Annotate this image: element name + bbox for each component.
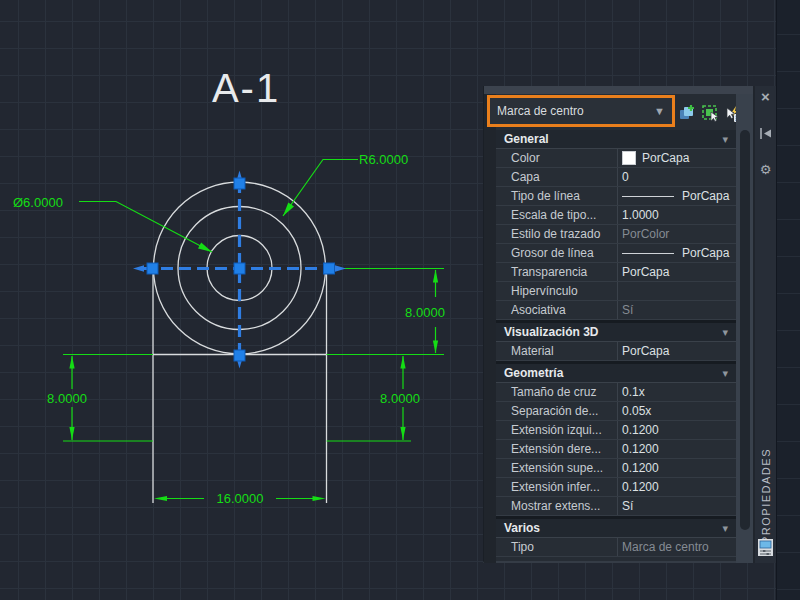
property-row[interactable]: Extensión supe...0.1200	[496, 459, 736, 478]
autocad-drawing-area: A-1 R6.0000 Ø6.0000 8.0000 8.0000 8.0000…	[0, 0, 800, 600]
property-value[interactable]: 0.05x	[617, 402, 736, 420]
property-row[interactable]: ColorPorCapa	[496, 149, 736, 168]
close-icon[interactable]: ×	[755, 88, 776, 105]
property-value-text: 0.1200	[622, 423, 659, 437]
property-value-text: 0.05x	[622, 404, 651, 418]
drawing-title-text[interactable]: A-1	[186, 66, 306, 111]
property-value[interactable]: PorCapa	[617, 342, 736, 360]
height-dimension-label-bottom-right[interactable]: 8.0000	[368, 391, 432, 406]
settings-gear-icon[interactable]: ⚙	[755, 162, 776, 177]
auto-hide-pin-icon[interactable]	[755, 126, 776, 144]
property-row[interactable]: Extensión dere...0.1200	[496, 440, 736, 459]
property-label: Estilo de trazado	[496, 225, 617, 243]
property-value[interactable]: 0.1200	[617, 440, 736, 458]
properties-palette: Marca de centro ▼	[483, 86, 753, 563]
color-swatch	[622, 151, 636, 165]
property-value[interactable]: PorCapa	[617, 244, 736, 262]
section-title: Geometría	[496, 366, 722, 380]
height-dimension-label-left[interactable]: 8.0000	[35, 391, 99, 406]
property-value[interactable]: 0.1200	[617, 421, 736, 439]
property-label: Extensión supe...	[496, 459, 617, 477]
property-row[interactable]: Capa0	[496, 168, 736, 187]
property-row[interactable]: Tamaño de cruz0.1x	[496, 383, 736, 402]
section-header[interactable]: General▾	[496, 130, 736, 149]
scrollbar-thumb[interactable]	[740, 130, 750, 530]
property-row[interactable]: Estilo de trazadoPorColor	[496, 225, 736, 244]
property-label: Separación de...	[496, 402, 617, 420]
section-header[interactable]: Geometría▾	[496, 364, 736, 383]
property-row[interactable]: Escala de tipo...1.0000	[496, 206, 736, 225]
right-dock-edge	[776, 0, 800, 600]
palette-title-bar: × ⚙ PROPIEDADES	[753, 86, 776, 563]
section-title: Visualización 3D	[496, 325, 722, 339]
part-geometry[interactable]	[153, 182, 327, 503]
property-value-text: 0.1x	[622, 385, 645, 399]
property-label: Extensión izqui...	[496, 421, 617, 439]
property-row[interactable]: Separación de...0.05x	[496, 402, 736, 421]
property-row[interactable]: Extensión infer...0.1200	[496, 478, 736, 497]
property-row[interactable]: Mostrar extens...Sí	[496, 497, 736, 516]
property-label: Material	[496, 342, 617, 360]
property-value[interactable]: PorCapa	[617, 187, 736, 205]
chevron-down-icon[interactable]: ▾	[722, 133, 736, 146]
section-title: Varios	[496, 521, 722, 535]
palette-gutter	[484, 94, 496, 563]
property-row[interactable]: Hipervínculo	[496, 282, 736, 301]
select-objects-icon[interactable]	[700, 103, 721, 124]
property-value[interactable]: Sí	[617, 301, 736, 319]
property-value-text: PorCapa	[642, 151, 689, 165]
section-header[interactable]: Varios▾	[496, 519, 736, 538]
dimension-arrows	[69, 203, 438, 502]
diameter-dimension-label[interactable]: Ø6.0000	[13, 195, 63, 210]
property-row[interactable]: Grosor de líneaPorCapa	[496, 244, 736, 263]
property-value[interactable]: PorCapa	[617, 149, 736, 167]
property-value[interactable]: 0	[617, 168, 736, 186]
height-dimension-label-top-right[interactable]: 8.0000	[393, 305, 457, 320]
property-label: Grosor de línea	[496, 244, 617, 262]
property-value[interactable]: PorCapa	[617, 263, 736, 281]
property-value-text: PorColor	[622, 227, 669, 241]
palette-title-text: PROPIEDADES	[755, 441, 776, 551]
object-type-selector[interactable]: Marca de centro ▼	[487, 95, 675, 127]
property-label: Extensión dere...	[496, 440, 617, 458]
section-header[interactable]: Visualización 3D▾	[496, 323, 736, 342]
property-label: Color	[496, 149, 617, 167]
property-row[interactable]: Tipo de líneaPorCapa	[496, 187, 736, 206]
property-label: Escala de tipo...	[496, 206, 617, 224]
panel-sections: General▾ColorPorCapaCapa0Tipo de líneaPo…	[496, 130, 736, 557]
property-row[interactable]: AsociativaSí	[496, 301, 736, 320]
property-value-text: Sí	[622, 499, 633, 513]
property-row[interactable]: Extensión izqui...0.1200	[496, 421, 736, 440]
width-dimension-label[interactable]: 16.0000	[204, 491, 276, 506]
property-label: Hipervínculo	[496, 282, 617, 300]
property-value[interactable]: PorColor	[617, 225, 736, 243]
property-value-text: 0.1200	[622, 442, 659, 456]
property-value[interactable]: 0.1200	[617, 478, 736, 496]
property-value[interactable]: Marca de centro	[617, 538, 736, 556]
property-label: Tipo	[496, 538, 617, 556]
radius-dimension-label[interactable]: R6.0000	[359, 152, 408, 167]
property-value[interactable]: 0.1x	[617, 383, 736, 401]
chevron-down-icon[interactable]: ▼	[654, 105, 672, 117]
property-value[interactable]	[617, 282, 736, 300]
property-value[interactable]: 1.0000	[617, 206, 736, 224]
property-label: Extensión infer...	[496, 478, 617, 496]
property-label: Mostrar extens...	[496, 497, 617, 515]
property-row[interactable]: MaterialPorCapa	[496, 342, 736, 361]
pickadd-toggle-icon[interactable]	[677, 103, 698, 124]
property-value[interactable]: 0.1200	[617, 459, 736, 477]
chevron-down-icon[interactable]: ▾	[722, 326, 736, 339]
dimension-lines[interactable]	[63, 160, 444, 499]
property-value-text: 0.1200	[622, 461, 659, 475]
property-value[interactable]: Sí	[617, 497, 736, 515]
property-value-text: Sí	[622, 303, 633, 317]
chevron-down-icon[interactable]: ▾	[722, 367, 736, 380]
property-row[interactable]: TransparenciaPorCapa	[496, 263, 736, 282]
property-value-text: Marca de centro	[622, 540, 709, 554]
property-value-text: 1.0000	[622, 208, 659, 222]
chevron-down-icon[interactable]: ▾	[722, 522, 736, 535]
palette-scrollbar[interactable]	[736, 94, 754, 563]
property-label: Capa	[496, 168, 617, 186]
property-row[interactable]: TipoMarca de centro	[496, 538, 736, 557]
property-label: Transparencia	[496, 263, 617, 281]
